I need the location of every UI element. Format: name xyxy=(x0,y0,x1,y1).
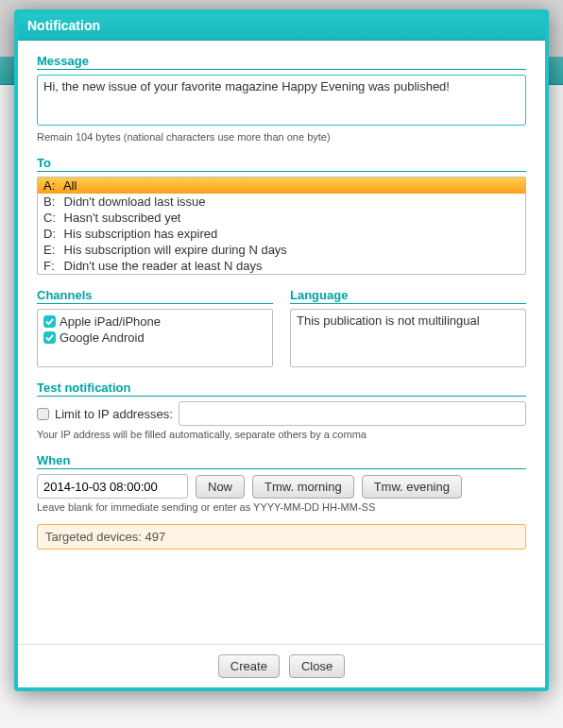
tmw-evening-button[interactable]: Tmw. evening xyxy=(362,475,462,499)
to-option-label: All xyxy=(60,178,77,193)
to-listbox[interactable]: A: AllB: Didn't download last issueC: Ha… xyxy=(37,177,526,275)
check-icon xyxy=(45,317,54,326)
message-remain-hint: Remain 104 bytes (national characters us… xyxy=(37,131,526,143)
to-option-c[interactable]: C: Hasn't subscribed yet xyxy=(38,210,525,226)
to-option-b[interactable]: B: Didn't download last issue xyxy=(38,194,525,210)
to-option-a[interactable]: A: All xyxy=(38,178,525,194)
to-option-d[interactable]: D: His subscription has expired xyxy=(38,226,525,242)
section-message-label: Message xyxy=(37,54,526,70)
language-box: This publication is not multilingual xyxy=(290,309,526,367)
limit-ip-label: Limit to IP addresses: xyxy=(55,407,173,421)
channel-checkbox[interactable] xyxy=(43,331,56,344)
to-option-label: Didn't download last issue xyxy=(60,195,206,209)
to-option-key: D: xyxy=(43,227,60,241)
to-option-key: A: xyxy=(43,178,60,193)
close-button[interactable]: Close xyxy=(289,654,345,678)
dialog-footer: Create Close xyxy=(18,644,545,687)
to-option-key: C: xyxy=(43,211,60,225)
to-option-label: Didn't use the reader at least N days xyxy=(60,259,262,273)
section-channels-label: Channels xyxy=(37,288,273,304)
target-devices-box: Targeted devices: 497 xyxy=(37,524,526,550)
channel-checkbox[interactable] xyxy=(43,315,56,328)
create-button[interactable]: Create xyxy=(218,654,280,678)
channel-row: Google Android xyxy=(43,330,266,346)
when-hint: Leave blank for immediate sending or ent… xyxy=(37,501,526,513)
to-option-key: E: xyxy=(43,243,60,257)
channel-label: Apple iPad/iPhone xyxy=(60,314,161,329)
to-option-e[interactable]: E: His subscription will expire during N… xyxy=(38,242,525,258)
check-icon xyxy=(45,333,54,342)
section-test-label: Test notification xyxy=(37,381,526,397)
notification-dialog: Notification Message Remain 104 bytes (n… xyxy=(14,9,549,691)
to-option-label: His subscription has expired xyxy=(60,227,217,241)
to-option-label: His subscription will expire during N da… xyxy=(60,243,287,257)
channel-label: Google Android xyxy=(60,330,145,345)
section-when-label: When xyxy=(37,453,526,469)
section-language-label: Language xyxy=(290,288,526,304)
section-to-label: To xyxy=(37,156,526,172)
when-input[interactable] xyxy=(37,474,188,499)
channel-row: Apple iPad/iPhone xyxy=(43,313,266,330)
to-option-key: F: xyxy=(43,259,60,273)
to-option-label: Hasn't subscribed yet xyxy=(60,211,181,225)
message-textarea[interactable] xyxy=(37,75,526,126)
tmw-morning-button[interactable]: Tmw. morning xyxy=(252,475,354,499)
limit-ip-input[interactable] xyxy=(179,401,526,426)
to-option-key: B: xyxy=(43,195,60,209)
dialog-content: Message Remain 104 bytes (national chara… xyxy=(18,41,545,644)
test-hint: Your IP address will be filled automatic… xyxy=(37,429,526,440)
now-button[interactable]: Now xyxy=(196,475,245,499)
to-option-f[interactable]: F: Didn't use the reader at least N days xyxy=(38,258,525,274)
dialog-title: Notification xyxy=(18,13,545,41)
channels-box: Apple iPad/iPhoneGoogle Android xyxy=(37,309,273,367)
limit-ip-checkbox[interactable] xyxy=(37,408,49,420)
